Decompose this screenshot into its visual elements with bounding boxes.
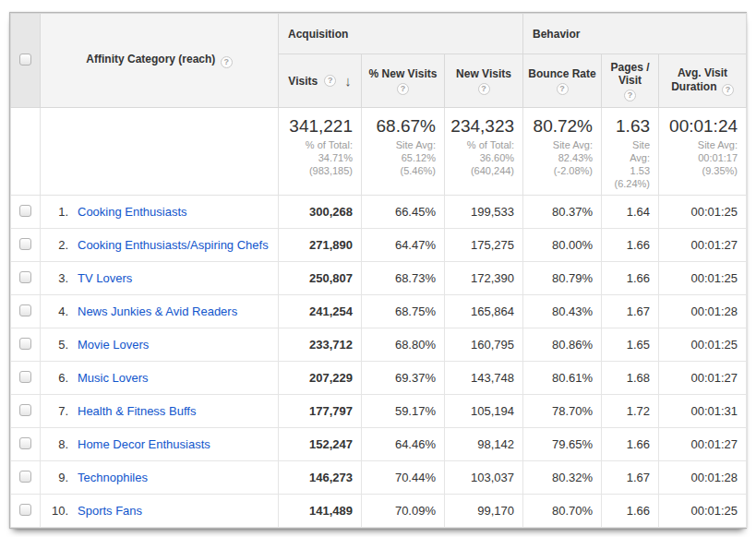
pct-new-visits-cell: 69.37% <box>362 362 445 395</box>
help-icon[interactable]: ? <box>557 83 569 95</box>
summary-avg-visit-duration: 00:01:24 Site Avg: 00:01:17 (9.35%) <box>659 108 747 196</box>
visits-cell: 146,273 <box>279 461 362 495</box>
category-link[interactable]: News Junkies & Avid Readers <box>78 304 237 318</box>
avg-visit-duration-cell: 00:01:27 <box>659 229 747 262</box>
column-header-bounce-rate[interactable]: Bounce Rate ? <box>523 54 602 108</box>
summary-value: 68.67% <box>364 116 436 137</box>
analytics-report-screenshot: Affinity Category (reach) ? Acquisition … <box>0 0 756 537</box>
new-visits-cell: 103,037 <box>445 461 523 495</box>
help-icon[interactable]: ? <box>324 75 336 87</box>
new-visits-cell: 165,864 <box>445 295 523 328</box>
row-rank: 5. <box>41 338 68 352</box>
column-label: % New Visits <box>364 67 442 80</box>
row-rank: 1. <box>41 205 68 219</box>
bounce-rate-cell: 80.37% <box>523 196 602 229</box>
category-header-label: Affinity Category (reach) <box>86 53 215 66</box>
summary-pct-new-visits: 68.67% Site Avg: 65.12% (5.46%) <box>362 108 445 196</box>
visits-cell: 152,247 <box>279 428 362 461</box>
affinity-category-table: Affinity Category (reach) ? Acquisition … <box>10 13 747 528</box>
avg-visit-duration-cell: 00:01:27 <box>659 362 747 395</box>
category-link[interactable]: Health & Fitness Buffs <box>78 404 196 418</box>
row-checkbox-cell <box>11 495 41 528</box>
table-row: 10.Sports Fans 141,489 70.09% 99,170 80.… <box>11 495 747 528</box>
bounce-rate-cell: 80.70% <box>523 495 602 528</box>
category-link[interactable]: Cooking Enthusiasts/Aspiring Chefs <box>78 238 269 252</box>
help-icon[interactable]: ? <box>397 83 409 95</box>
summary-bounce-rate: 80.72% Site Avg: 82.43% (-2.08%) <box>523 108 602 196</box>
summary-value: 341,221 <box>281 116 353 137</box>
avg-visit-duration-cell: 00:01:25 <box>659 196 747 229</box>
row-checkbox[interactable] <box>19 404 31 416</box>
table-row: 3.TV Lovers 250,807 68.73% 172,390 80.79… <box>11 262 747 295</box>
row-checkbox[interactable] <box>19 437 31 449</box>
category-cell: 4.News Junkies & Avid Readers <box>41 295 279 328</box>
column-label: New Visits <box>447 67 521 80</box>
row-rank: 8. <box>41 437 68 451</box>
new-visits-cell: 199,533 <box>445 196 523 229</box>
row-checkbox[interactable] <box>19 205 31 217</box>
category-cell: 8.Home Decor Enthusiasts <box>41 428 279 461</box>
category-link[interactable]: Cooking Enthusiasts <box>78 205 187 219</box>
column-header-new-visits[interactable]: New Visits ? <box>445 54 523 108</box>
row-checkbox-cell <box>11 262 41 295</box>
new-visits-cell: 160,795 <box>445 328 523 362</box>
pct-new-visits-cell: 64.47% <box>362 229 445 262</box>
row-checkbox[interactable] <box>19 471 31 483</box>
category-column-header: Affinity Category (reach) ? <box>41 14 279 108</box>
column-label: Pages / Visit <box>604 61 656 87</box>
bounce-rate-cell: 78.70% <box>523 395 602 428</box>
help-icon[interactable]: ? <box>478 83 490 95</box>
row-checkbox-cell <box>11 328 41 362</box>
select-all-cell <box>11 14 41 108</box>
avg-visit-duration-cell: 00:01:31 <box>659 395 747 428</box>
table-row: 8.Home Decor Enthusiasts 152,247 64.46% … <box>11 428 747 461</box>
summary-value: 00:01:24 <box>661 116 738 137</box>
table-row: 1.Cooking Enthusiasts 300,268 66.45% 199… <box>11 196 747 229</box>
avg-visit-duration-cell: 00:01:25 <box>659 495 747 528</box>
row-checkbox[interactable] <box>19 271 31 283</box>
select-all-checkbox[interactable] <box>19 54 31 66</box>
category-link[interactable]: Sports Fans <box>78 504 142 518</box>
row-rank: 6. <box>41 371 68 385</box>
row-checkbox[interactable] <box>19 338 31 350</box>
category-link[interactable]: Movie Lovers <box>78 338 149 352</box>
category-link[interactable]: Technophiles <box>78 471 148 484</box>
row-checkbox[interactable] <box>19 504 31 516</box>
table-row: 6.Music Lovers 207,229 69.37% 143,748 80… <box>11 362 747 395</box>
help-icon[interactable]: ? <box>221 56 233 68</box>
visits-cell: 250,807 <box>279 262 362 295</box>
category-link[interactable]: Home Decor Enthusiasts <box>78 437 210 451</box>
column-header-visits[interactable]: Visits ? ↓ <box>279 54 362 108</box>
column-header-pages-visit[interactable]: Pages / Visit ? <box>602 54 659 108</box>
visits-cell: 271,890 <box>279 229 362 262</box>
visits-cell: 207,229 <box>279 362 362 395</box>
avg-visit-duration-cell: 00:01:28 <box>659 295 747 328</box>
pages-visit-cell: 1.72 <box>602 395 659 428</box>
group-header-behavior: Behavior <box>523 14 747 54</box>
column-label: Bounce Rate <box>525 67 599 80</box>
pages-visit-cell: 1.67 <box>602 295 659 328</box>
summary-value: 1.63 <box>604 116 650 137</box>
help-icon[interactable]: ? <box>722 84 734 96</box>
pct-new-visits-cell: 70.44% <box>362 461 445 495</box>
avg-visit-duration-cell: 00:01:28 <box>659 461 747 495</box>
avg-visit-duration-cell: 00:01:25 <box>659 328 747 362</box>
visits-cell: 177,797 <box>279 395 362 428</box>
help-icon[interactable]: ? <box>624 90 636 101</box>
summary-value: 80.72% <box>525 116 593 137</box>
row-checkbox[interactable] <box>19 304 31 316</box>
summary-subtext: % of Total: 34.71% (983,185) <box>281 138 353 177</box>
column-header-avg-visit-duration[interactable]: Avg. Visit Duration ? <box>659 54 747 108</box>
row-rank: 9. <box>41 471 68 484</box>
summary-value: 234,323 <box>447 116 514 137</box>
avg-visit-duration-cell: 00:01:27 <box>659 428 747 461</box>
bounce-rate-cell: 80.00% <box>523 229 602 262</box>
category-cell: 2.Cooking Enthusiasts/Aspiring Chefs <box>41 229 279 262</box>
category-link[interactable]: TV Lovers <box>78 271 132 285</box>
category-link[interactable]: Music Lovers <box>78 371 149 385</box>
row-checkbox[interactable] <box>19 371 31 383</box>
category-cell: 7.Health & Fitness Buffs <box>41 395 279 428</box>
row-checkbox[interactable] <box>19 238 31 250</box>
category-cell: 1.Cooking Enthusiasts <box>41 196 279 229</box>
column-header-pct-new-visits[interactable]: % New Visits ? <box>362 54 445 108</box>
